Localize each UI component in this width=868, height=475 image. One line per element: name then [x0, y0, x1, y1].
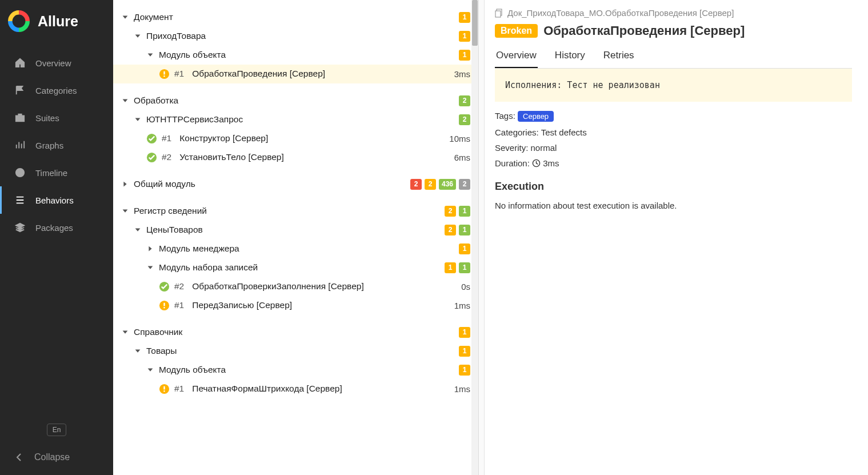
sidebar-item-behaviors[interactable]: Behaviors [0, 186, 113, 214]
layers-icon [15, 222, 25, 233]
tree-test[interactable]: #1 ПередЗаписью [Сервер]1ms [113, 296, 478, 315]
test-number: #2 [162, 152, 171, 162]
duration: 1ms [454, 384, 470, 394]
sidebar-item-graphs[interactable]: Graphs [0, 131, 113, 159]
tree-test[interactable]: #1 ПечатнаяФормаШтрихкода [Сервер]1ms [113, 380, 478, 398]
duration: 0s [461, 282, 470, 292]
logo[interactable]: Allure [0, 0, 113, 46]
tree-group[interactable]: ПриходТовара1 [113, 27, 478, 46]
nav-label: Categories [35, 86, 77, 95]
tree-group[interactable]: Модуль менеджера1 [113, 240, 478, 258]
count-badge: 2 [410, 179, 422, 190]
tree-group[interactable]: Справочник1 [113, 323, 478, 342]
count-badge: 436 [439, 179, 456, 190]
splitter[interactable] [479, 0, 485, 475]
test-number: #1 [174, 69, 184, 79]
tree-group[interactable]: Регистр сведений21 [113, 202, 478, 221]
duration: 6ms [454, 153, 470, 162]
duration-label: Duration: [495, 158, 530, 168]
sidebar-item-suites[interactable]: Suites [0, 104, 113, 131]
test-number: #1 [162, 133, 171, 143]
tags-label: Tags: [495, 111, 515, 121]
chevron-down-icon [121, 13, 129, 21]
group-label: Регистр сведений [134, 206, 207, 216]
app-name: Allure [38, 13, 78, 30]
nav-label: Packages [35, 223, 73, 233]
categories-value: Test defects [541, 127, 587, 137]
nav-label: Overview [35, 58, 71, 68]
tab-retries[interactable]: Retries [602, 46, 635, 68]
count-badge: 1 [459, 262, 470, 273]
group-label: Модуль менеджера [159, 244, 239, 254]
language-switch[interactable]: En [47, 424, 66, 436]
check-circle-icon [146, 152, 157, 163]
group-label: ПриходТовара [146, 31, 206, 41]
tree-group[interactable]: Товары1 [113, 342, 478, 361]
test-title-text: ОбработкаПроведения [Сервер] [543, 23, 745, 38]
count-badge: 2 [425, 179, 436, 190]
tree-test[interactable]: #1 Конструктор [Сервер]10ms [113, 129, 478, 148]
test-title: Broken ОбработкаПроведения [Сервер] [495, 23, 852, 38]
chevron-down-icon [134, 347, 142, 355]
count-badge: 2 [445, 225, 456, 235]
sidebar-item-categories[interactable]: Categories [0, 77, 113, 104]
scrollbar[interactable] [471, 0, 478, 475]
tag-pill[interactable]: Сервер [518, 111, 554, 122]
count-badge: 1 [459, 346, 470, 357]
tree-group[interactable]: Модуль объекта1 [113, 361, 478, 380]
count-badge: 1 [445, 262, 456, 273]
sidebar-item-overview[interactable]: Overview [0, 49, 113, 77]
execution-heading: Execution [495, 181, 852, 193]
tab-overview[interactable]: Overview [495, 46, 538, 68]
home-icon [15, 58, 25, 68]
severity-row: Severity: normal [495, 143, 852, 153]
test-number: #2 [174, 281, 184, 292]
count-badge: 2 [445, 206, 456, 217]
copy-icon[interactable] [495, 9, 504, 18]
group-label: Товары [146, 346, 177, 356]
sidebar-item-timeline[interactable]: Timeline [0, 159, 113, 186]
chevron-down-icon [146, 264, 154, 272]
chevron-down-icon [121, 97, 129, 105]
tree-group[interactable]: ЦеныТоваров21 [113, 221, 478, 240]
tree-test[interactable]: #2 УстановитьТело [Сервер]6ms [113, 148, 478, 167]
warning-circle-icon [159, 384, 170, 394]
scrollbar-thumb[interactable] [472, 0, 478, 46]
duration: 3ms [454, 69, 470, 79]
count-badge: 1 [459, 206, 470, 217]
chevron-right-icon [121, 180, 129, 188]
sidebar-item-packages[interactable]: Packages [0, 214, 113, 241]
tree-group[interactable]: Обработка2 [113, 91, 478, 110]
tree-test[interactable]: #1 ОбработкаПроведения [Сервер]3ms [113, 65, 478, 83]
tree-group[interactable]: Модуль набора записей11 [113, 258, 478, 277]
list-icon [15, 195, 25, 205]
nav-label: Behaviors [35, 195, 74, 205]
breadcrumb: Док_ПриходТовара_МО.ОбработкаПроведения … [495, 8, 852, 18]
flag-icon [15, 85, 25, 95]
execution-message: No information about test execution is a… [495, 201, 852, 210]
group-label: Модуль набора записей [159, 262, 258, 273]
tree-group[interactable]: Модуль объекта1 [113, 46, 478, 65]
count-badge: 1 [459, 225, 470, 235]
breadcrumb-text: Док_ПриходТовара_МО.ОбработкаПроведения … [507, 8, 734, 18]
allure-logo-icon [8, 10, 30, 32]
group-label: Обработка [134, 95, 178, 106]
count-badge: 1 [459, 244, 470, 254]
nav-label: Graphs [35, 141, 63, 150]
chevron-down-icon [134, 226, 142, 234]
test-label: ПередЗаписью [Сервер] [192, 300, 292, 310]
chevron-left-icon [15, 453, 24, 462]
tree-group[interactable]: Общий модуль224362 [113, 175, 478, 194]
tree-test[interactable]: #2 ОбработкаПроверкиЗаполнения [Сервер]0… [113, 277, 478, 296]
tabs: OverviewHistoryRetries [495, 46, 852, 69]
tree-group[interactable]: Документ1 [113, 8, 478, 27]
tab-history[interactable]: History [554, 46, 586, 68]
count-badge: 2 [459, 179, 470, 190]
nav: OverviewCategoriesSuitesGraphsTimelineBe… [0, 46, 113, 424]
collapse-button[interactable]: Collapse [0, 443, 113, 475]
count-badge: 2 [459, 114, 470, 125]
count-badge: 1 [459, 327, 470, 338]
group-label: ЦеныТоваров [146, 225, 203, 235]
tree-group[interactable]: ЮТHTTPСервисЗапрос2 [113, 110, 478, 129]
svg-point-12 [163, 307, 165, 308]
